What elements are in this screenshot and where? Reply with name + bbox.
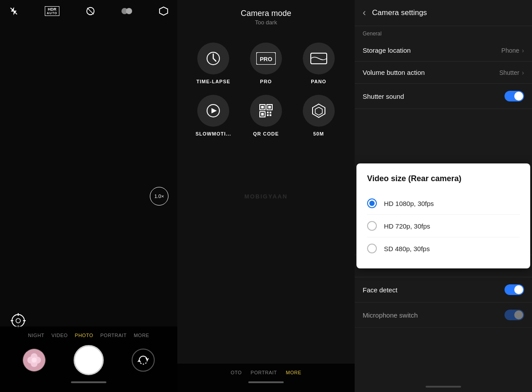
zoom-control[interactable]: 1.0× <box>150 187 168 206</box>
microphone-toggle[interactable] <box>505 310 524 320</box>
face-detect-row: Face detect <box>355 277 532 303</box>
flower-thumbnail <box>23 349 45 371</box>
settings-scroll-area: General Storage location Phone › Volume … <box>355 26 532 381</box>
mode-cell-pano[interactable]: PANO <box>296 43 341 84</box>
video-label-1080p: HD 1080p, 30fps <box>384 200 434 207</box>
video-option-720p[interactable]: HD 720p, 30fps <box>367 215 520 237</box>
radio-480p <box>367 244 377 253</box>
camera-bottom-bar: NIGHT VIDEO PHOTO PORTRAIT MORE <box>0 326 177 392</box>
svg-rect-28 <box>261 106 264 109</box>
svg-point-12 <box>16 318 20 323</box>
shutter-sound-label: Shutter sound <box>363 93 404 100</box>
mode-night[interactable]: NIGHT <box>28 333 44 338</box>
home-indicator <box>71 381 106 383</box>
svg-rect-31 <box>267 112 269 113</box>
mode-header: Camera mode Too dark <box>241 0 291 27</box>
svg-text:PRO: PRO <box>260 56 272 62</box>
mode-panel-title: Camera mode <box>241 9 291 18</box>
microphone-toggle-thumb <box>514 310 523 319</box>
radio-1080p-inner <box>369 201 375 206</box>
storage-chevron: › <box>522 47 524 54</box>
mode-more[interactable]: MORE <box>134 333 149 338</box>
video-label-480p: SD 480p, 30fps <box>384 245 430 252</box>
mode-cell-timelapse[interactable]: TIME-LAPSE <box>191 43 236 84</box>
mode-more-2[interactable]: MORE <box>286 370 301 375</box>
mode-cell-qrcode[interactable]: QR CODE <box>243 95 289 136</box>
video-option-480p[interactable]: SD 480p, 30fps <box>367 237 520 260</box>
settings-panel: ‹ Camera settings General Storage locati… <box>355 0 532 392</box>
mode-grid: TIME-LAPSE PRO PRO PANO <box>177 32 355 147</box>
microphone-label: Microphone switch <box>363 311 418 319</box>
video-option-1080p[interactable]: HD 1080p, 30fps <box>367 192 520 215</box>
radio-720p <box>367 221 377 231</box>
flip-camera-button[interactable] <box>132 349 155 372</box>
face-detect-toggle-thumb <box>514 285 523 294</box>
shutter-button[interactable] <box>74 345 104 375</box>
qrcode-label: QR CODE <box>253 131 279 136</box>
svg-line-3 <box>87 8 94 15</box>
svg-marker-6 <box>160 7 168 15</box>
svg-rect-29 <box>268 106 271 109</box>
camera-top-bar: HDR AUTO <box>0 0 177 22</box>
gallery-thumbnail[interactable] <box>23 349 46 372</box>
timelapse-label: TIME-LAPSE <box>196 79 231 84</box>
timelapse-icon <box>197 43 229 74</box>
mode-portrait[interactable]: PORTRAIT <box>100 333 126 338</box>
camera-panel: HDR AUTO 1.0× <box>0 0 177 392</box>
50m-icon <box>303 95 335 127</box>
mode-cell-slowmo[interactable]: SLOWMOTI... <box>191 95 236 136</box>
storage-location-row[interactable]: Storage location Phone › <box>355 39 532 62</box>
timer-icon[interactable] <box>86 6 95 16</box>
pano-icon <box>303 43 335 74</box>
slowmo-icon <box>197 95 229 127</box>
effects-icon[interactable] <box>121 7 133 15</box>
mode-panel: Camera mode Too dark TIME-LAPSE PRO PRO <box>177 0 355 392</box>
mode-panel-mode-list: OTO PORTRAIT MORE <box>177 367 355 378</box>
shutter-sound-toggle[interactable] <box>505 91 524 101</box>
volume-action-label: Volume button action <box>363 69 425 76</box>
camera-mode-list: NIGHT VIDEO PHOTO PORTRAIT MORE <box>0 330 177 341</box>
mode-panel-subtitle: Too dark <box>241 19 291 26</box>
svg-rect-30 <box>261 113 264 116</box>
settings-header: ‹ Camera settings <box>355 0 532 26</box>
dialog-title: Video size (Rear camera) <box>367 174 520 183</box>
slowmo-label: SLOWMOTI... <box>196 131 231 136</box>
video-size-dialog: Video size (Rear camera) HD 1080p, 30fps… <box>356 163 530 268</box>
storage-location-value: Phone › <box>501 47 524 54</box>
svg-marker-1 <box>11 7 17 15</box>
svg-rect-32 <box>270 112 271 113</box>
volume-action-value: Shutter › <box>499 69 524 76</box>
mode-video[interactable]: VIDEO <box>51 333 68 338</box>
face-detect-label: Face detect <box>363 286 397 294</box>
pano-label: PANO <box>311 79 326 84</box>
back-button[interactable]: ‹ <box>363 7 366 19</box>
pro-icon: PRO <box>250 43 282 74</box>
volume-action-row[interactable]: Volume button action Shutter › <box>355 62 532 84</box>
svg-point-18 <box>32 357 37 363</box>
settings-title: Camera settings <box>372 8 427 17</box>
qrcode-icon <box>250 95 282 127</box>
svg-marker-36 <box>315 107 322 115</box>
shape-icon[interactable] <box>159 6 168 16</box>
mode-photo[interactable]: PHOTO <box>75 333 93 338</box>
mode-portrait-2[interactable]: PORTRAIT <box>250 370 277 375</box>
svg-rect-33 <box>267 114 269 116</box>
video-label-720p: HD 720p, 30fps <box>384 222 430 230</box>
mode-oto[interactable]: OTO <box>231 370 242 375</box>
settings-section-general: General <box>355 26 532 39</box>
volume-chevron: › <box>522 69 524 76</box>
mode-cell-pro[interactable]: PRO PRO <box>243 43 289 84</box>
svg-marker-24 <box>211 108 217 113</box>
svg-point-5 <box>126 8 132 14</box>
shutter-sound-row: Shutter sound <box>355 84 532 109</box>
settings-home-indicator <box>426 386 461 388</box>
hdr-badge[interactable]: HDR AUTO <box>45 6 60 16</box>
svg-rect-34 <box>270 114 271 116</box>
face-detect-toggle[interactable] <box>505 284 524 295</box>
mode-home-indicator <box>248 381 284 383</box>
radio-1080p <box>367 198 377 208</box>
microphone-row[interactable]: Microphone switch <box>355 303 532 328</box>
mode-panel-bottom: OTO PORTRAIT MORE <box>177 364 355 392</box>
flash-icon[interactable] <box>9 6 19 16</box>
mode-cell-50m[interactable]: 50M <box>296 95 341 136</box>
